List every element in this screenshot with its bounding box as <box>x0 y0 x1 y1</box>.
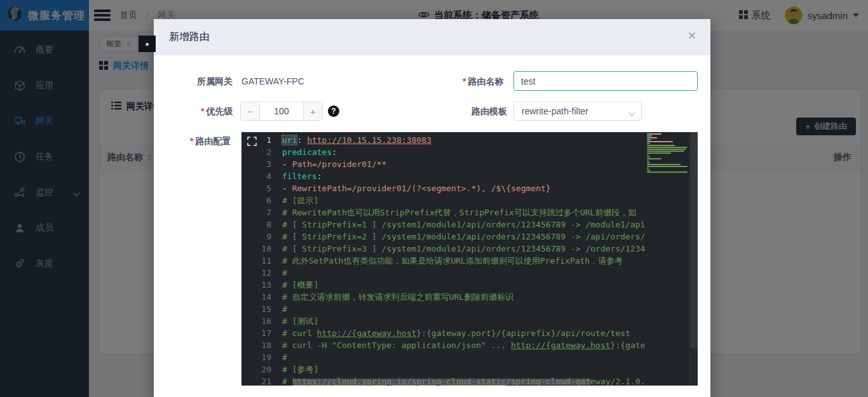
minimap-line <box>647 149 686 150</box>
line-number: 17 <box>241 327 282 339</box>
minimap-line <box>647 172 688 173</box>
line-number: 9 <box>241 231 282 243</box>
gateway-value: GATEWAY-FPC <box>241 76 304 86</box>
code-text: # <box>282 267 287 279</box>
code-text: # [ StripPrefix=1 ] /system1/module1/api… <box>282 219 698 231</box>
modal-title: 新增路由 <box>169 30 210 44</box>
code-text: predicates: <box>282 146 337 158</box>
line-number: 11 <box>241 255 282 267</box>
line-number: 21 <box>241 375 282 386</box>
code-line: 3- Path=/provider01/** <box>241 158 698 170</box>
minimap-line <box>647 139 651 140</box>
line-number: 16 <box>241 315 282 327</box>
code-line: 1uri: http://10.15.15.238:38083 <box>241 134 698 146</box>
required-mark: * <box>190 136 193 146</box>
minimap-line <box>647 143 650 144</box>
code-line: 14# 自定义请求前缀，转发请求到后端之前重写URL删除前缀标识 <box>241 291 698 303</box>
code-line: 18# curl -H "ContentType: application/js… <box>241 339 698 351</box>
line-number: 19 <box>241 351 282 363</box>
minimap-line <box>647 168 649 169</box>
template-selected-value: rewrite-path-filter <box>522 106 588 116</box>
code-text: # <box>282 303 287 315</box>
minimap-line <box>647 170 650 171</box>
minimap-line <box>647 133 661 135</box>
code-text: # [ StripPrefix=2 ] /system1/module1/api… <box>282 231 690 243</box>
code-line: 13# [概要] <box>241 279 698 291</box>
editor-vertical-scrollbar[interactable] <box>689 132 698 386</box>
priority-value[interactable]: 100 <box>260 102 303 120</box>
template-label: 路由模板 <box>471 106 507 118</box>
tab-active-gateway[interactable]: ● <box>139 36 156 52</box>
priority-label: *优先级 <box>201 106 233 118</box>
add-route-modal: 新增路由 ✕ 所属网关 GATEWAY-FPC *路由名称 *优先级 − 100… <box>154 19 710 397</box>
code-text: # RewritePath也可以用StripPrefix代替，StripPref… <box>282 206 636 219</box>
minimap-line <box>647 135 652 137</box>
code-text: # [提示] <box>282 194 318 206</box>
minimap-line <box>647 147 688 148</box>
app-root: 微服务管理 概要应用网关任务监控成员灰度 当前系统：储备资产系统 首页 / 网关 <box>0 0 868 397</box>
code-line: 20# [参考] <box>241 363 698 375</box>
code-text: # curl http://{gateway.host}:{gateway.po… <box>282 327 630 339</box>
minimap-line <box>647 152 671 154</box>
editor-horizontal-scrollbar[interactable] <box>294 379 591 385</box>
editor-minimap[interactable] <box>645 132 689 386</box>
code-line: 5- RewritePath=/provider01/(?<segment>.*… <box>241 182 698 194</box>
close-icon[interactable]: ✕ <box>688 30 696 41</box>
required-mark: * <box>201 106 204 116</box>
active-tab-dot-icon: ● <box>145 40 149 48</box>
code-line: 8# [ StripPrefix=1 ] /system1/module1/ap… <box>241 219 698 231</box>
chevron-down-icon <box>628 109 635 119</box>
line-number: 20 <box>241 363 282 375</box>
line-number: 3 <box>241 158 282 170</box>
line-number: 12 <box>241 267 282 279</box>
minimap-line <box>647 151 684 152</box>
code-line: 19# <box>241 351 698 363</box>
line-number: 10 <box>241 243 282 255</box>
code-line: 9# [ StripPrefix=2 ] /system1/module1/ap… <box>241 231 698 243</box>
required-mark: * <box>463 76 466 86</box>
minimap-line <box>647 141 673 142</box>
code-text: # 此外SetPath也有类似功能，如果是给请求URL添加前缀则可以使用Pref… <box>282 255 623 267</box>
minimap-line <box>647 156 650 158</box>
code-line: 2predicates: <box>241 146 698 158</box>
route-template-select[interactable]: rewrite-path-filter <box>513 102 642 121</box>
code-line: 4filters: <box>241 170 698 182</box>
code-text: # [参考] <box>282 363 318 375</box>
line-number: 4 <box>241 170 282 182</box>
code-text: # 自定义请求前缀，转发请求到后端之前重写URL删除前缀标识 <box>282 291 513 303</box>
gateway-label: 所属网关 <box>197 76 233 88</box>
line-number: 15 <box>241 303 282 315</box>
code-line: 6# [提示] <box>241 194 698 206</box>
code-text: # [概要] <box>282 279 318 291</box>
code-line: 7# RewritePath也可以用StripPrefix代替，StripPre… <box>241 206 698 219</box>
help-icon[interactable]: ? <box>328 105 339 117</box>
minimap-line <box>647 154 649 156</box>
code-area[interactable]: 1uri: http://10.15.15.238:380832predicat… <box>241 134 698 386</box>
code-line: 17# curl http://{gateway.host}:{gateway.… <box>241 327 698 339</box>
route-config-label: *路由配置 <box>190 136 231 147</box>
code-text: # [ StripPrefix=3 ] /system1/module1/api… <box>282 243 670 255</box>
minimap-line <box>647 158 661 159</box>
minimap-line <box>647 145 675 146</box>
modal-header: 新增路由 ✕ <box>154 19 710 55</box>
stepper-plus-button[interactable]: + <box>303 102 322 120</box>
route-name-input[interactable] <box>513 71 698 91</box>
code-line: 10# [ StripPrefix=3 ] /system1/module1/a… <box>241 243 698 255</box>
code-text: # <box>282 351 287 363</box>
fullscreen-icon[interactable] <box>247 137 257 149</box>
code-line: 12# <box>241 267 698 279</box>
line-number: 18 <box>241 339 282 351</box>
scrollbar-thumb[interactable] <box>691 132 698 348</box>
route-config-editor[interactable]: 1uri: http://10.15.15.238:380832predicat… <box>241 132 698 386</box>
code-text: - Path=/provider01/** <box>282 158 386 170</box>
route-name-label: *路由名称 <box>463 76 503 88</box>
line-number: 5 <box>241 182 282 194</box>
code-text: filters: <box>282 170 322 182</box>
line-number: 6 <box>241 194 282 206</box>
line-number: 13 <box>241 279 282 291</box>
code-text: - RewritePath=/provider01/(?<segment>.*)… <box>282 182 551 194</box>
stepper-minus-button[interactable]: − <box>241 102 260 120</box>
minimap-line <box>647 162 650 163</box>
code-text: # curl -H "ContentType: application/json… <box>282 339 698 351</box>
priority-stepper: − 100 + <box>240 102 323 121</box>
